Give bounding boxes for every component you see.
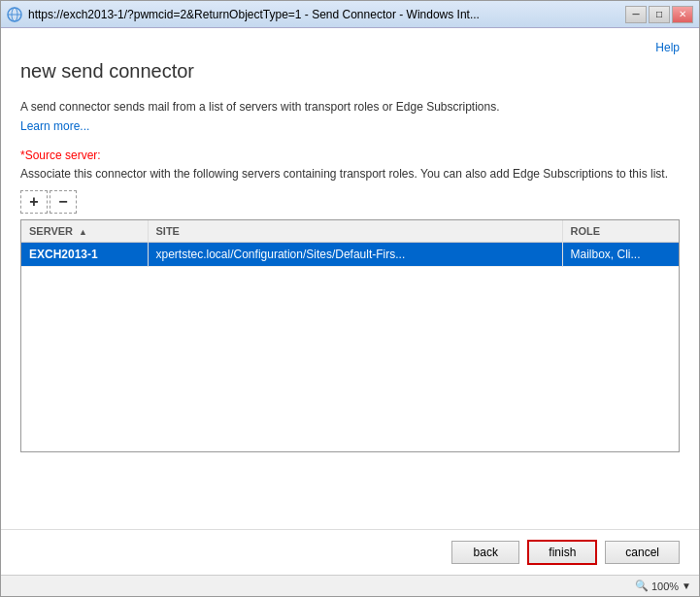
window-controls: ─ □ ✕ xyxy=(625,6,693,23)
server-table-container: SERVER ▲ SITE ROLE EXCH2013-1xpertstec.l… xyxy=(20,219,680,452)
zoom-dropdown-button[interactable]: ▼ xyxy=(682,580,691,591)
minimize-button[interactable]: ─ xyxy=(625,6,647,23)
status-bar: 🔍 100% ▼ xyxy=(1,575,699,596)
cell-role: Mailbox, Cli... xyxy=(562,242,679,266)
server-table-body: EXCH2013-1xpertstec.local/Configuration/… xyxy=(21,242,679,266)
source-server-desc: Associate this connector with the follow… xyxy=(20,166,680,182)
server-table: SERVER ▲ SITE ROLE EXCH2013-1xpertstec.l… xyxy=(21,220,679,267)
add-server-button[interactable]: + xyxy=(20,190,48,214)
table-header-row: SERVER ▲ SITE ROLE xyxy=(21,220,679,243)
finish-button[interactable]: finish xyxy=(527,540,597,565)
zoom-control: 🔍 100% ▼ xyxy=(635,580,691,592)
column-header-role[interactable]: ROLE xyxy=(562,220,679,243)
maximize-button[interactable]: □ xyxy=(649,6,670,23)
cancel-button[interactable]: cancel xyxy=(605,541,680,564)
cell-server: EXCH2013-1 xyxy=(21,242,148,266)
sort-arrow-icon: ▲ xyxy=(79,227,87,237)
column-header-site[interactable]: SITE xyxy=(148,220,562,243)
browser-window: https://exch2013-1/?pwmcid=2&ReturnObjec… xyxy=(0,0,700,597)
footer: back finish cancel xyxy=(1,529,699,575)
learn-more-link[interactable]: Learn more... xyxy=(20,119,680,133)
browser-icon xyxy=(7,7,22,22)
page-title: new send connector xyxy=(20,60,680,83)
content-area: Help new send connector A send connector… xyxy=(1,28,699,529)
remove-server-button[interactable]: − xyxy=(50,190,77,214)
table-row[interactable]: EXCH2013-1xpertstec.local/Configuration/… xyxy=(21,242,679,266)
zoom-level: 100% xyxy=(651,580,679,592)
back-button[interactable]: back xyxy=(451,541,519,564)
close-button[interactable]: ✕ xyxy=(672,6,693,23)
help-link[interactable]: Help xyxy=(655,41,680,54)
window-title: https://exch2013-1/?pwmcid=2&ReturnObjec… xyxy=(28,8,625,21)
page-description: A send connector sends mail from a list … xyxy=(20,98,680,116)
title-bar: https://exch2013-1/?pwmcid=2&ReturnObjec… xyxy=(1,1,699,28)
server-toolbar: + − xyxy=(20,190,680,214)
zoom-icon: 🔍 xyxy=(635,580,649,592)
source-server-label: *Source server: xyxy=(20,149,680,162)
cell-site: xpertstec.local/Configuration/Sites/Defa… xyxy=(148,242,562,266)
column-header-server[interactable]: SERVER ▲ xyxy=(21,220,148,243)
